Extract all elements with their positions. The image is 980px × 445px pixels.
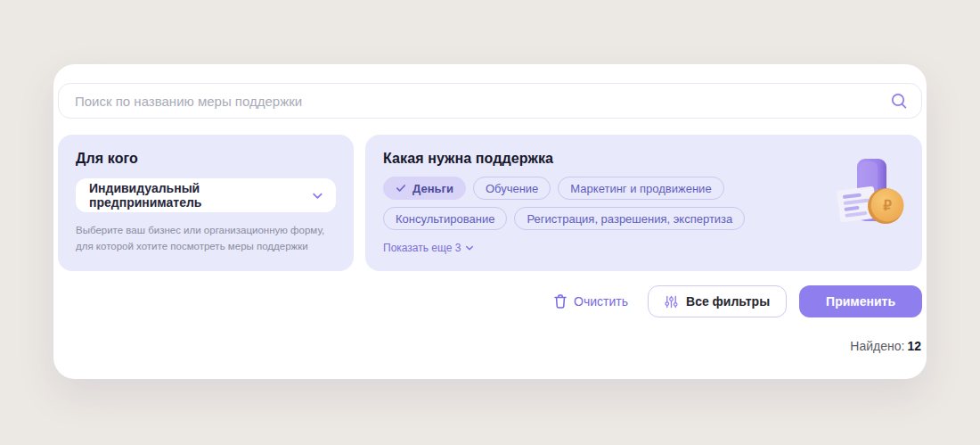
chip-label: Маркетинг и продвижение [570,182,711,195]
support-type-panel: Какая нужна поддержка Деньги Обучение Ма… [365,135,922,271]
search-bar [58,83,922,119]
support-chip[interactable]: Маркетинг и продвижение [558,177,723,200]
phone-receipt-coin-illustration: ₽ [833,154,908,233]
apply-button[interactable]: Применить [799,285,922,317]
results-count: Найдено:12 [58,339,922,353]
clear-button[interactable]: Очистить [554,294,628,309]
support-chips: Деньги Обучение Маркетинг и продвижение … [383,177,780,230]
sliders-icon [665,295,678,309]
for-whom-helper-text: Выберите ваш бизнес или организационную … [76,223,336,255]
support-chip[interactable]: Консультирование [383,207,507,230]
support-title: Какая нужна поддержка [383,151,904,167]
chip-label: Обучение [486,182,538,195]
support-chip[interactable]: Деньги [383,177,466,200]
chip-label: Консультирование [396,212,494,226]
clear-label: Очистить [574,294,628,309]
chevron-down-icon [312,190,323,202]
business-type-value: Индивидуальный предприниматель [89,181,312,210]
chevron-down-icon [465,243,474,252]
all-filters-button[interactable]: Все фильтры [648,285,787,317]
search-icon[interactable] [890,92,908,110]
trash-icon [554,294,567,309]
results-label: Найдено: [850,339,904,353]
svg-text:₽: ₽ [883,198,892,213]
actions-row: Очистить Все фильтры Применить [58,285,922,317]
all-filters-label: Все фильтры [686,294,770,309]
search-input[interactable] [75,94,890,109]
support-chip[interactable]: Обучение [473,177,551,200]
for-whom-panel: Для кого Индивидуальный предприниматель … [58,135,354,271]
filters-card: Для кого Индивидуальный предприниматель … [53,64,927,379]
chip-label: Регистрация, разрешения, экспертиза [527,212,732,226]
show-more-link[interactable]: Показать еще 3 [383,242,474,254]
results-value: 12 [907,339,921,353]
support-chip[interactable]: Регистрация, разрешения, экспертиза [514,207,745,230]
for-whom-title: Для кого [76,151,336,167]
filter-panels: Для кого Индивидуальный предприниматель … [58,135,922,271]
show-more-label: Показать еще 3 [383,242,461,254]
chip-label: Деньги [412,182,453,195]
check-icon [396,183,406,194]
business-type-select[interactable]: Индивидуальный предприниматель [76,178,336,212]
